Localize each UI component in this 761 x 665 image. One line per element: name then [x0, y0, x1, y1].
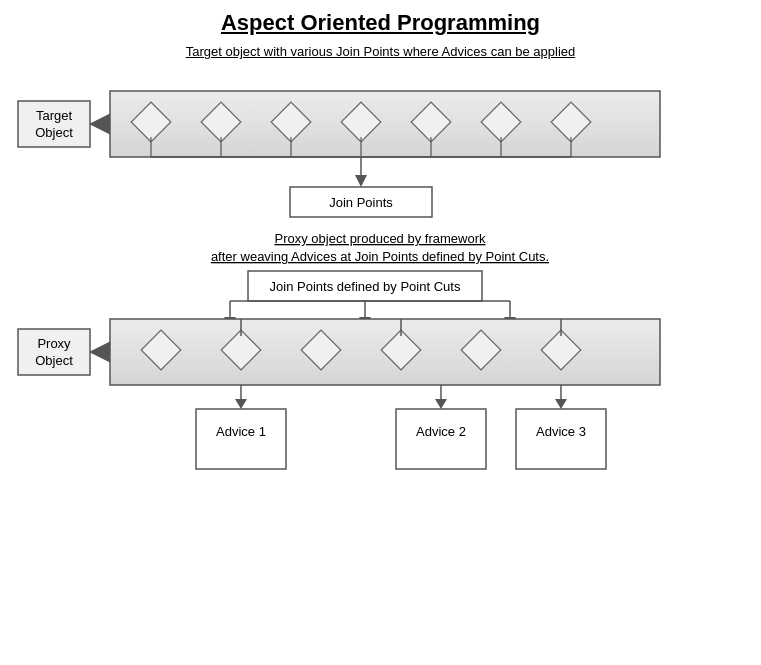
main-diagram: Target Object	[0, 71, 761, 661]
svg-text:Advice 1: Advice 1	[216, 424, 266, 439]
svg-text:Object: Object	[35, 353, 73, 368]
svg-marker-52	[435, 399, 447, 409]
svg-rect-58	[196, 409, 286, 469]
svg-text:Proxy: Proxy	[37, 336, 71, 351]
svg-text:Proxy object produced by frame: Proxy object produced by framework	[275, 231, 486, 246]
svg-text:Advice 2: Advice 2	[416, 424, 466, 439]
subtitle-top: Target object with various Join Points w…	[0, 44, 761, 59]
svg-text:Join Points: Join Points	[329, 195, 393, 210]
svg-marker-54	[555, 399, 567, 409]
svg-rect-60	[396, 409, 486, 469]
svg-text:Join Points defined by Point C: Join Points defined by Point Cuts	[270, 279, 461, 294]
page-title: Aspect Oriented Programming	[0, 0, 761, 44]
svg-text:Advice 3: Advice 3	[536, 424, 586, 439]
svg-rect-62	[516, 409, 606, 469]
page: Aspect Oriented Programming Target objec…	[0, 0, 761, 665]
svg-marker-22	[355, 175, 367, 187]
svg-text:Target: Target	[36, 108, 73, 123]
svg-text:Object: Object	[35, 125, 73, 140]
svg-text:after weaving Advices at Join : after weaving Advices at Join Points def…	[211, 249, 549, 264]
svg-marker-50	[235, 399, 247, 409]
